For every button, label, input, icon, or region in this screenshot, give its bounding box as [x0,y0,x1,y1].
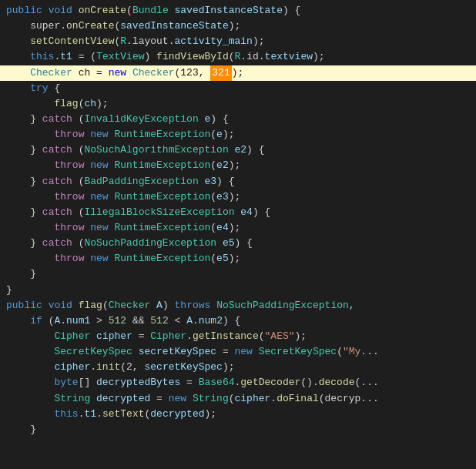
code-line-9: throw new RuntimeException(e); [0,127,476,142]
code-line-5: Checker ch = new Checker(123, 321); [0,65,476,81]
code-line-14: } catch (IllegalBlockSizeException e4) { [0,205,476,220]
code-line-23: Cipher cipher = Cipher.getInstance("AES"… [0,329,476,344]
code-line-24: SecretKeySpec secretKeySpec = new Secret… [0,344,476,360]
code-line-18: } [0,266,476,282]
code-line-8: } catch (InvalidKeyException e) { [0,112,476,127]
code-line-4: this.t1 = (TextView) findViewById(R.id.t… [0,49,476,65]
code-line-7: flag(ch); [0,96,476,112]
code-line-26: byte[] decryptedBytes = Base64.getDecode… [0,375,476,390]
code-line-11: throw new RuntimeException(e2); [0,158,476,173]
code-line-28: this.t1.setText(decrypted); [0,407,476,422]
code-line-22: if (A.num1 > 512 && 512 < A.num2) { [0,313,476,329]
code-line-12: } catch (BadPaddingException e3) { [0,174,476,189]
code-line-16: } catch (NoSuchPaddingException e5) { [0,236,476,251]
code-line-25: cipher.init(2, secretKeySpec); [0,360,476,375]
code-line-19: } [0,283,476,298]
code-line-15: throw new RuntimeException(e4); [0,220,476,236]
code-line-3: setContentView(R.layout.activity_main); [0,34,476,49]
code-line-21: public void flag(Checker A) throws NoSuc… [0,298,476,313]
code-line-27: String decrypted = new String(cipher.doF… [0,391,476,407]
code-line-13: throw new RuntimeException(e3); [0,189,476,205]
code-line-10: } catch (NoSuchAlgorithmException e2) { [0,142,476,158]
code-line-6: try { [0,81,476,96]
code-line-1: public void onCreate(Bundle savedInstanc… [0,3,476,18]
code-editor: public void onCreate(Bundle savedInstanc… [0,0,476,469]
code-line-2: super.onCreate(savedInstanceState); [0,18,476,34]
code-line-17: throw new RuntimeException(e5); [0,251,476,266]
code-line-29: } [0,422,476,437]
